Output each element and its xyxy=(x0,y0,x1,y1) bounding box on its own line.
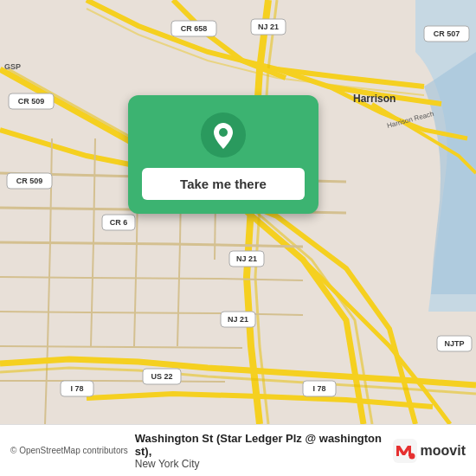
svg-text:CR 509: CR 509 xyxy=(16,177,43,185)
location-name: Washington St (Star Ledger Plz @ washing… xyxy=(135,432,393,458)
svg-text:CR 507: CR 507 xyxy=(434,29,460,38)
map-container: CR 658 NJ 21 CR 507 CR 509 CR 509 CR 6 N… xyxy=(0,0,476,424)
osm-attribution: © OpenStreetMap contributors xyxy=(10,446,128,455)
location-info: Washington St (Star Ledger Plz @ washing… xyxy=(128,432,393,470)
svg-text:GSP: GSP xyxy=(4,62,21,71)
take-me-there-button[interactable]: Take me there xyxy=(142,168,305,200)
svg-text:NJTP: NJTP xyxy=(444,339,464,348)
svg-text:I 78: I 78 xyxy=(70,384,83,393)
svg-text:US 22: US 22 xyxy=(151,372,172,381)
navigation-card: Take me there xyxy=(128,95,318,214)
svg-text:NJ 21: NJ 21 xyxy=(258,23,279,31)
bottom-bar: © OpenStreetMap contributors Washington … xyxy=(0,424,476,476)
svg-text:NJ 21: NJ 21 xyxy=(236,254,257,263)
moovit-icon xyxy=(393,439,417,463)
svg-text:CR 6: CR 6 xyxy=(110,218,128,227)
location-city: New York City xyxy=(135,458,393,470)
osm-credit-text: © OpenStreetMap contributors xyxy=(10,446,128,455)
svg-point-29 xyxy=(219,128,228,137)
moovit-text: moovit xyxy=(421,443,466,459)
svg-point-31 xyxy=(408,453,415,459)
location-pin-icon xyxy=(201,113,246,158)
svg-text:Harrison: Harrison xyxy=(353,93,396,105)
svg-text:NJ 21: NJ 21 xyxy=(228,315,248,324)
svg-text:CR 509: CR 509 xyxy=(18,97,45,106)
svg-text:CR 658: CR 658 xyxy=(181,24,208,33)
svg-text:I 78: I 78 xyxy=(312,384,325,393)
moovit-logo: moovit xyxy=(393,439,466,463)
